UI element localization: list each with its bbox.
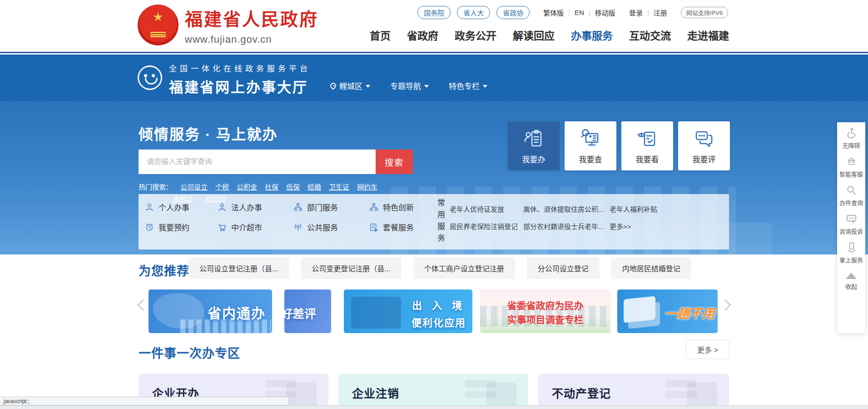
register-link[interactable]: 注册: [654, 8, 667, 17]
subheader-menus: 鲤城区 专题导航 特色专栏: [330, 80, 487, 91]
sidebar-accessibility[interactable]: 无障碍: [838, 127, 864, 149]
banner-province-wide-service[interactable]: 省内通办: [149, 289, 272, 333]
lang-traditional[interactable]: 繁体版: [543, 8, 564, 17]
nav-about-fujian[interactable]: 走进福建: [687, 27, 729, 43]
nav-home[interactable]: 首页: [370, 27, 391, 43]
service-legal-person[interactable]: 法人办事: [217, 201, 262, 213]
hot-search-item[interactable]: 低保: [286, 182, 300, 191]
recommend-button[interactable]: 内地居民结婚登记: [611, 257, 691, 279]
service-intermediary-market[interactable]: 中介超市: [217, 221, 262, 233]
tile-label: 我要看: [636, 153, 659, 165]
link-provincial-cppcc[interactable]: 省政协: [496, 6, 530, 19]
featured-column-label: 特色专栏: [449, 80, 480, 91]
chevron-down-icon: [366, 85, 370, 88]
hero-section: 倾情服务 · 马上就办 搜索 热门搜索： 公司设立 个税 公积金 社保 低保 结…: [0, 101, 868, 254]
recommend-button[interactable]: 个体工商户设立登记注册: [413, 257, 515, 279]
banner-text: 好差评: [284, 304, 316, 321]
hot-search-item[interactable]: 结婚: [308, 182, 321, 191]
service-label: 我要预约: [159, 221, 189, 233]
common-service-link[interactable]: 部分农村籍退役士兵老年...: [523, 221, 604, 231]
tile-i-want-to-rate[interactable]: 我要评: [678, 121, 730, 170]
search-bar: 搜索: [139, 150, 413, 174]
topic-nav-menu[interactable]: 专题导航: [390, 80, 429, 91]
platform-line2: 福建省网上办事大厅: [169, 76, 311, 96]
hot-search-item[interactable]: 社保: [265, 182, 278, 191]
people-illustration: [351, 297, 401, 329]
card-real-estate-registration[interactable]: 不动产登记 不动产交易、办税、登记，全过程“一窗受理、一…: [538, 374, 729, 409]
common-service-link[interactable]: 老年人福利补贴: [610, 204, 657, 214]
banner-one-trip[interactable]: 一趟不用: [617, 289, 718, 333]
search-button[interactable]: 搜索: [376, 150, 413, 174]
sidebar-mobile-service[interactable]: 掌上服务: [838, 241, 864, 264]
divider: |: [568, 9, 570, 16]
common-service-link[interactable]: 老年人优待证发放: [450, 204, 504, 214]
tile-i-want-to-view[interactable]: 我要看: [621, 121, 673, 170]
common-service-link[interactable]: 居民养老保险注销登记: [450, 221, 518, 231]
service-featured-innovation[interactable]: 特色创新: [369, 201, 414, 213]
location-selector[interactable]: 鲤城区: [330, 80, 370, 91]
card-business-deregistration[interactable]: 企业注销 企业注销一窗通办，减少企业跑动次数…: [338, 374, 528, 409]
more-services-link[interactable]: 更多>>: [610, 221, 631, 231]
carousel-next-icon[interactable]: [719, 299, 731, 310]
platform-line1: 全国一体化在线政务服务平台: [169, 62, 311, 74]
chevron-down-icon: [424, 85, 429, 88]
service-package[interactable]: 套餐服务: [369, 221, 414, 233]
search-input[interactable]: [139, 150, 376, 174]
sidebar-case-inquiry[interactable]: 办件查询: [838, 184, 864, 206]
page: 福建省人民政府 www.fujian.gov.cn 国务院 省人大 省政协 繁体…: [0, 0, 868, 409]
hot-search-item[interactable]: 公司设立: [180, 182, 208, 191]
service-label: 部门服务: [307, 201, 338, 213]
service-hall-titles: 全国一体化在线政务服务平台 福建省网上办事大厅: [169, 62, 311, 96]
lang-english[interactable]: EN: [575, 9, 584, 16]
banner-survey-column[interactable]: 省委省政府为民办 实事项目调查专栏: [480, 289, 610, 333]
more-button[interactable]: 更多 >: [686, 340, 729, 359]
banner-entry-exit[interactable]: 出 入 境 便利化应用: [344, 289, 472, 333]
site-title: 福建省人民政府: [185, 5, 318, 30]
recommend-button[interactable]: 公司设立登记注册（县...: [188, 257, 289, 279]
mascot-house-icon: [845, 155, 858, 168]
nav-interaction[interactable]: 互动交流: [629, 27, 671, 43]
hot-search-label: 热门搜索：: [139, 182, 173, 191]
tile-i-want-to-query[interactable]: 我要查: [565, 121, 616, 170]
action-tiles: 我要办 我要查 我要看: [508, 121, 730, 170]
one-thing-title: 一件事一次办专区: [139, 344, 240, 361]
hot-search-item[interactable]: 卫生证: [329, 182, 349, 191]
ipv6-badge: 网站支持IPV6: [681, 7, 728, 18]
sidebar-smart-service[interactable]: 智能客服: [838, 155, 864, 178]
recommend-button[interactable]: 分公司设立登记: [527, 257, 600, 279]
link-provincial-congress[interactable]: 省人大: [457, 6, 490, 19]
login-link[interactable]: 登录: [629, 8, 643, 17]
top-links-row: 国务院 省人大 省政协 繁体版 | EN | 移动版 登录 | 注册 网站支持I…: [417, 6, 728, 19]
common-services-label: 常用服务: [435, 199, 446, 246]
hot-search-item[interactable]: 公积金: [237, 182, 257, 191]
nav-services-active[interactable]: 办事服务: [571, 27, 613, 43]
hero-slogan: 倾情服务 · 马上就办: [139, 123, 278, 144]
hot-search-item[interactable]: 个税: [215, 182, 229, 191]
site-brand[interactable]: 福建省人民政府 www.fujian.gov.cn: [138, 5, 318, 45]
sidebar-consult-complaint[interactable]: 咨询投诉: [838, 213, 864, 235]
divider: |: [589, 9, 590, 16]
featured-column-menu[interactable]: 特色专栏: [449, 80, 487, 91]
tile-i-want-to-apply[interactable]: 我要办: [508, 121, 560, 170]
recommend-title: 为您推荐: [139, 261, 189, 279]
banner-rating[interactable]: 好差评: [284, 289, 331, 333]
lang-mobile[interactable]: 移动版: [595, 8, 615, 17]
eye-checklist-icon: [636, 128, 658, 150]
carousel-prev-icon[interactable]: [137, 299, 149, 310]
bottom-scrollbar-strip[interactable]: [0, 405, 868, 409]
service-public[interactable]: 公共服务: [293, 221, 338, 233]
recommend-button[interactable]: 公司变更登记注册（县...: [301, 257, 401, 279]
monitor-search-icon: [580, 128, 601, 150]
service-appointment[interactable]: 我要预约: [144, 221, 189, 233]
service-personal[interactable]: 个人办事: [144, 201, 189, 213]
nav-gov-affairs[interactable]: 政务公开: [455, 27, 496, 43]
sidebar-collapse[interactable]: 收起: [838, 270, 864, 290]
hot-search-item[interactable]: 网约车: [357, 182, 377, 191]
floating-sidebar: 无障碍 智能客服 办件查询 咨询投诉: [837, 122, 865, 333]
nav-interpretation[interactable]: 解读回应: [513, 27, 555, 43]
chat-bubbles-icon: [693, 128, 715, 150]
nav-provincial-gov[interactable]: 省政府: [407, 27, 438, 43]
service-department[interactable]: 部门服务: [293, 201, 338, 213]
common-service-link[interactable]: 离休、退休提取住房公积...: [523, 204, 604, 214]
link-state-council[interactable]: 国务院: [417, 6, 451, 19]
